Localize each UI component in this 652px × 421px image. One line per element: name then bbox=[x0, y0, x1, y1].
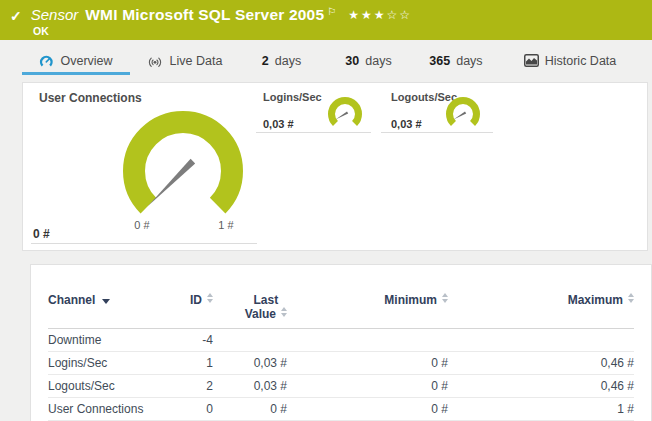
gauge-min-label: 0 # bbox=[120, 219, 164, 231]
tab-live-data[interactable]: Live Data bbox=[130, 52, 238, 69]
star-icon[interactable]: ☆ bbox=[399, 8, 412, 22]
id-cell: -4 bbox=[168, 329, 213, 352]
col-header-label: ID bbox=[190, 293, 202, 307]
tab-bar: Overview Live Data 2 days 30 days 365 da… bbox=[22, 52, 640, 69]
minimum-cell: 0 # bbox=[287, 352, 448, 375]
sensor-title: WMI Microsoft SQL Server 2005 bbox=[85, 6, 324, 24]
tab-number: 30 bbox=[345, 54, 359, 68]
table-row[interactable]: User Connections 0 0 # 0 # 1 # bbox=[48, 398, 634, 421]
gauge-arc bbox=[134, 122, 232, 206]
last-value-cell: 0,03 # bbox=[213, 375, 287, 398]
sort-icon bbox=[281, 307, 287, 317]
star-icon[interactable]: ★ bbox=[374, 8, 387, 22]
broadcast-icon bbox=[146, 54, 164, 67]
sort-icon bbox=[207, 293, 213, 303]
channels-table: Channel ID Last Value Minimum Maximum bbox=[48, 291, 634, 421]
col-header-label: Minimum bbox=[384, 293, 437, 307]
primary-gauge-value: 0 # bbox=[33, 227, 50, 241]
channel-cell: Downtime bbox=[48, 329, 168, 352]
priority-stars[interactable]: ★★★☆☆ bbox=[348, 8, 412, 22]
minimum-cell: 0 # bbox=[287, 375, 448, 398]
gauge-panel: User Connections 0 # 1 # 0 # Logins/Sec … bbox=[22, 82, 648, 251]
maximum-cell bbox=[448, 329, 634, 352]
col-header-label: Maximum bbox=[568, 293, 623, 307]
sort-icon bbox=[442, 293, 448, 303]
last-value-cell: 0,03 # bbox=[213, 352, 287, 375]
tab-historic-data[interactable]: Historic Data bbox=[500, 52, 640, 69]
col-header-channel[interactable]: Channel bbox=[48, 291, 168, 329]
tab-label: days bbox=[275, 54, 301, 68]
channel-cell: User Connections bbox=[48, 398, 168, 421]
channel-cell: Logins/Sec bbox=[48, 352, 168, 375]
tab-label: days bbox=[365, 54, 391, 68]
minimum-cell: 0 # bbox=[287, 398, 448, 421]
col-header-minimum[interactable]: Minimum bbox=[287, 291, 448, 329]
maximum-cell: 0,46 # bbox=[448, 375, 634, 398]
tab-overview[interactable]: Overview bbox=[22, 52, 130, 69]
col-header-id[interactable]: ID bbox=[168, 291, 213, 329]
id-cell: 2 bbox=[168, 375, 213, 398]
col-header-last-value[interactable]: Last Value bbox=[213, 291, 287, 329]
star-icon[interactable]: ★ bbox=[348, 8, 361, 22]
sort-icon bbox=[628, 293, 634, 303]
star-icon[interactable]: ☆ bbox=[386, 8, 399, 22]
tab-label: Live Data bbox=[170, 54, 223, 68]
id-cell: 0 bbox=[168, 398, 213, 421]
status-badge: OK bbox=[33, 25, 49, 37]
id-cell: 1 bbox=[168, 352, 213, 375]
tab-number: 365 bbox=[429, 54, 450, 68]
gauge-max-label: 1 # bbox=[204, 219, 248, 231]
sensor-kind-label: Sensor bbox=[31, 6, 79, 23]
channels-panel: Channel ID Last Value Minimum Maximum bbox=[30, 264, 652, 421]
divider bbox=[31, 243, 257, 244]
channel-cell: Logouts/Sec bbox=[48, 375, 168, 398]
col-header-label: Channel bbox=[48, 293, 95, 307]
tab-label: Overview bbox=[60, 54, 112, 68]
table-row[interactable]: Logouts/Sec 2 0,03 # 0 # 0,46 # bbox=[48, 375, 634, 398]
gauge-needle bbox=[336, 111, 349, 119]
sort-desc-icon bbox=[102, 299, 110, 304]
mini-gauge-logins-value: 0,03 # bbox=[263, 118, 294, 130]
tab-label: days bbox=[456, 54, 482, 68]
gauge-icon bbox=[39, 54, 54, 68]
mini-gauge-logouts-value: 0,03 # bbox=[391, 118, 422, 130]
last-value-cell bbox=[213, 329, 287, 352]
col-header-label: Last bbox=[253, 293, 278, 307]
mini-gauge-logins bbox=[327, 97, 363, 133]
flag-icon[interactable]: ⚐ bbox=[327, 6, 336, 17]
gauge-needle bbox=[454, 111, 467, 119]
sensor-status-bar: ✓ Sensor WMI Microsoft SQL Server 2005 ⚐… bbox=[0, 0, 652, 40]
gauge-needle bbox=[148, 159, 195, 206]
maximum-cell: 1 # bbox=[448, 398, 634, 421]
table-row[interactable]: Logins/Sec 1 0,03 # 0 # 0,46 # bbox=[48, 352, 634, 375]
col-header-maximum[interactable]: Maximum bbox=[448, 291, 634, 329]
tab-label: Historic Data bbox=[545, 54, 617, 68]
gauge-arc bbox=[332, 101, 359, 124]
table-row[interactable]: Downtime -4 bbox=[48, 329, 634, 352]
star-icon[interactable]: ★ bbox=[361, 8, 374, 22]
tab-number: 2 bbox=[262, 54, 269, 68]
col-header-label: Value bbox=[245, 307, 276, 321]
mini-gauge-logouts bbox=[445, 97, 481, 133]
chart-icon bbox=[524, 54, 539, 67]
minimum-cell bbox=[287, 329, 448, 352]
maximum-cell: 0,46 # bbox=[448, 352, 634, 375]
tab-365-days[interactable]: 365 days bbox=[412, 52, 500, 69]
gauge-arc bbox=[450, 101, 477, 124]
ok-check-icon: ✓ bbox=[10, 8, 22, 24]
tab-2-days[interactable]: 2 days bbox=[238, 52, 325, 69]
last-value-cell: 0 # bbox=[213, 398, 287, 421]
sensor-header-line: ✓ Sensor WMI Microsoft SQL Server 2005 ⚐… bbox=[10, 6, 412, 24]
primary-gauge-title: User Connections bbox=[39, 91, 142, 105]
primary-gauge bbox=[121, 107, 249, 223]
mini-gauge-logins-title: Logins/Sec bbox=[263, 91, 322, 103]
tab-30-days[interactable]: 30 days bbox=[325, 52, 412, 69]
